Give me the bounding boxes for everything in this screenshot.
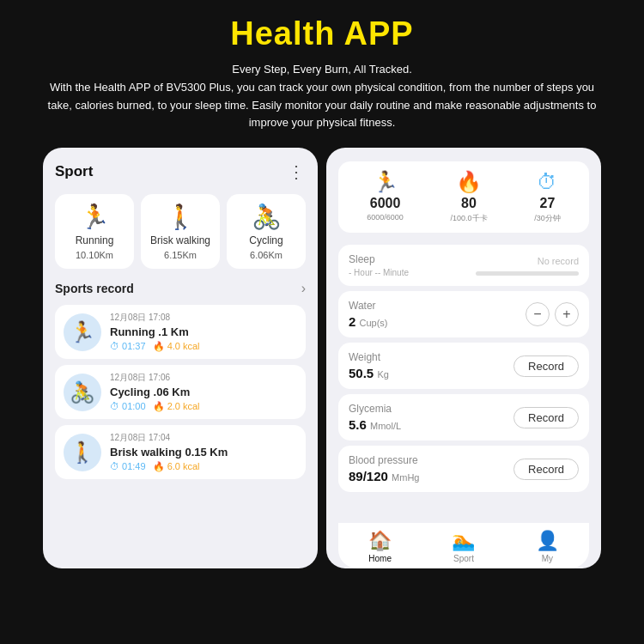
cycling-icon: 🚴	[252, 203, 282, 231]
phones-row: Sport ⋮ 🏃 Running 10.10Km 🚶 Brisk walkin…	[0, 148, 644, 568]
description: Every Step, Every Burn, All Tracked. Wit…	[39, 61, 605, 132]
weight-record-button[interactable]: Record	[513, 355, 579, 377]
my-icon: 👤	[536, 530, 559, 552]
water-label: Water	[349, 300, 388, 312]
running-card[interactable]: 🏃 Running 10.10Km	[55, 194, 134, 269]
water-controls: − +	[526, 302, 579, 326]
record-stats-1: ⏱ 01:00 🔥 2.0 kcal	[110, 401, 297, 412]
right-phone: 🏃 6000 6000/6000 🔥 80 /100.0千卡 ⏱ 27 /30分…	[326, 148, 601, 568]
record-stats-0: ⏱ 01:37 🔥 4.0 kcal	[110, 341, 297, 352]
sleep-hint: - Hour -- Minute	[349, 268, 409, 277]
sleep-item: Sleep - Hour -- Minute No record	[338, 245, 589, 286]
record-datetime-1: 12月08日 17:06	[110, 372, 297, 384]
record-time-2: ⏱ 01:49	[110, 461, 146, 472]
time-sub: /30分钟	[534, 213, 561, 224]
sport-cards: 🏃 Running 10.10Km 🚶 Brisk walking 6.15Km…	[55, 194, 306, 269]
chevron-right-icon[interactable]: ›	[301, 281, 306, 296]
metric-calories: 🔥 80 /100.0千卡	[450, 170, 487, 224]
sleep-bar	[476, 271, 579, 276]
weight-item: Weight 50.5 Kg Record	[338, 343, 589, 389]
blood-pressure-value: 89/120 MmHg	[349, 469, 419, 483]
sports-record-title: Sports record	[55, 282, 134, 295]
nav-my[interactable]: 👤 My	[536, 530, 559, 563]
record-item-2[interactable]: 🚶 12月08日 17:04 Brisk walking 0.15 Km ⏱ 0…	[55, 425, 306, 479]
record-cal-2: 🔥 6.0 kcal	[153, 461, 200, 472]
steps-value: 6000	[370, 196, 401, 211]
water-value: 2 Cup(s)	[349, 314, 388, 329]
water-increase-button[interactable]: +	[555, 302, 579, 326]
nav-sport[interactable]: 🏊 Sport	[452, 530, 475, 563]
sleep-label: Sleep	[349, 253, 409, 265]
water-unit: Cup(s)	[360, 318, 388, 328]
blood-pressure-record-button[interactable]: Record	[513, 459, 579, 480]
record-item-0[interactable]: 🏃 12月08日 17:08 Running .1 Km ⏱ 01:37 🔥 4…	[55, 305, 306, 359]
steps-sub: 6000/6000	[367, 213, 404, 222]
sport-nav-icon: 🏊	[452, 530, 475, 552]
bottom-nav: 🏠 Home 🏊 Sport 👤 My	[338, 523, 589, 568]
weight-value: 50.5 Kg	[349, 366, 389, 380]
cycling-card[interactable]: 🚴 Cycling 6.06Km	[227, 194, 306, 269]
left-phone: Sport ⋮ 🏃 Running 10.10Km 🚶 Brisk walkin…	[43, 148, 318, 568]
metrics-row: 🏃 6000 6000/6000 🔥 80 /100.0千卡 ⏱ 27 /30分…	[338, 161, 589, 233]
glycemia-item: Glycemia 5.6 Mmol/L Record	[338, 394, 589, 440]
running-icon: 🏃	[80, 203, 110, 231]
calories-sub: /100.0千卡	[450, 213, 487, 224]
glycemia-label: Glycemia	[349, 403, 401, 415]
nav-home[interactable]: 🏠 Home	[368, 530, 392, 563]
weight-unit: Kg	[377, 369, 388, 380]
record-datetime-2: 12月08日 17:04	[110, 432, 297, 444]
cycling-dist: 6.06Km	[250, 250, 283, 260]
walking-icon: 🚶	[166, 203, 196, 231]
record-avatar-cycling: 🚴	[64, 374, 101, 411]
blood-pressure-item: Blood pressure 89/120 MmHg Record	[338, 446, 589, 492]
walking-dist: 6.15Km	[164, 250, 197, 260]
record-avatar-running: 🏃	[64, 313, 101, 351]
health-list: Sleep - Hour -- Minute No record Water 2…	[338, 245, 589, 523]
record-name-1: Cycling .06 Km	[110, 386, 297, 398]
record-cal-0: 🔥 4.0 kcal	[153, 341, 200, 352]
record-name-2: Brisk walking 0.15 Km	[110, 446, 297, 459]
metric-time: ⏱ 27 /30分钟	[534, 170, 561, 224]
menu-dots-icon[interactable]: ⋮	[288, 161, 306, 182]
record-time-1: ⏱ 01:00	[110, 401, 146, 412]
weight-left: Weight 50.5 Kg	[349, 351, 389, 380]
time-value: 27	[540, 196, 556, 211]
record-time-0: ⏱ 01:37	[110, 341, 146, 352]
glycemia-left: Glycemia 5.6 Mmol/L	[349, 403, 401, 432]
steps-icon: 🏃	[373, 170, 398, 194]
blood-pressure-unit: MmHg	[392, 472, 419, 483]
record-datetime-0: 12月08日 17:08	[110, 312, 297, 324]
metric-steps: 🏃 6000 6000/6000	[367, 170, 404, 224]
home-icon: 🏠	[368, 530, 392, 552]
sleep-left: Sleep - Hour -- Minute	[349, 253, 409, 277]
record-name-0: Running .1 Km	[110, 325, 297, 338]
running-label: Running	[76, 234, 114, 246]
glycemia-record-button[interactable]: Record	[513, 407, 579, 428]
nav-my-label: My	[542, 554, 553, 563]
page-title: Health APP	[230, 15, 413, 52]
time-icon: ⏱	[537, 170, 557, 194]
running-dist: 10.10Km	[76, 250, 113, 260]
walking-label: Brisk walking	[150, 234, 210, 246]
blood-pressure-left: Blood pressure 89/120 MmHg	[349, 454, 419, 483]
calories-value: 80	[461, 196, 477, 211]
blood-pressure-label: Blood pressure	[349, 454, 419, 466]
record-avatar-walking: 🚶	[64, 434, 101, 471]
cycling-label: Cycling	[249, 234, 283, 246]
water-left: Water 2 Cup(s)	[349, 300, 388, 329]
record-info-1: 12月08日 17:06 Cycling .06 Km ⏱ 01:00 🔥 2.…	[110, 372, 297, 412]
record-item-1[interactable]: 🚴 12月08日 17:06 Cycling .06 Km ⏱ 01:00 🔥 …	[55, 365, 306, 419]
walking-card[interactable]: 🚶 Brisk walking 6.15Km	[141, 194, 220, 269]
record-stats-2: ⏱ 01:49 🔥 6.0 kcal	[110, 461, 297, 472]
calories-icon: 🔥	[456, 170, 482, 194]
weight-label: Weight	[349, 351, 389, 363]
glycemia-unit: Mmol/L	[370, 421, 401, 431]
water-decrease-button[interactable]: −	[526, 302, 550, 326]
record-cal-1: 🔥 2.0 kcal	[153, 401, 200, 412]
sports-record-header: Sports record ›	[55, 281, 306, 296]
nav-sport-label: Sport	[453, 554, 474, 563]
glycemia-value: 5.6 Mmol/L	[349, 417, 401, 432]
sport-title: Sport	[55, 163, 93, 180]
sleep-no-record: No record	[538, 256, 579, 266]
nav-home-label: Home	[368, 554, 392, 563]
